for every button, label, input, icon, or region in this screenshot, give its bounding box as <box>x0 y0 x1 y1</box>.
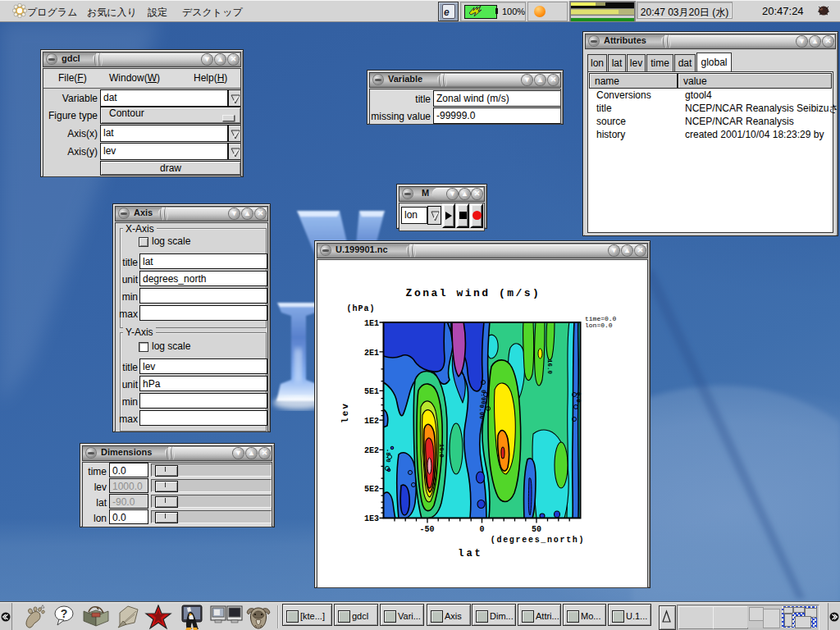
svg-text:?: ? <box>61 607 68 620</box>
svg-text:16.0: 16.0 <box>546 359 553 375</box>
svg-text:0: 0 <box>479 525 484 534</box>
svg-text:1E3: 1E3 <box>364 514 379 523</box>
svg-text:2E2: 2E2 <box>364 446 379 455</box>
svg-text:(hPa): (hPa) <box>346 304 375 313</box>
svg-text:Zonal wind (m/s): Zonal wind (m/s) <box>406 287 541 299</box>
svg-text:5E2: 5E2 <box>364 485 379 494</box>
svg-text:lon=0.0: lon=0.0 <box>585 322 613 329</box>
svg-text:1E2: 1E2 <box>364 417 379 426</box>
svg-text:1E1: 1E1 <box>364 319 379 328</box>
svg-text:16.0: 16.0 <box>438 444 445 458</box>
svg-text:-8.0: -8.0 <box>385 449 391 463</box>
svg-text:lev: lev <box>340 402 350 423</box>
svg-text:lat: lat <box>458 548 483 559</box>
svg-text:0.00: 0.00 <box>480 390 486 405</box>
svg-text:2E1: 2E1 <box>364 349 379 358</box>
svg-text:(degrees_north): (degrees_north) <box>491 536 586 545</box>
svg-text:50: 50 <box>532 525 541 534</box>
svg-text:-50: -50 <box>419 525 434 534</box>
svg-text:5E1: 5E1 <box>364 387 379 396</box>
svg-text:0.00: 0.00 <box>478 404 485 420</box>
